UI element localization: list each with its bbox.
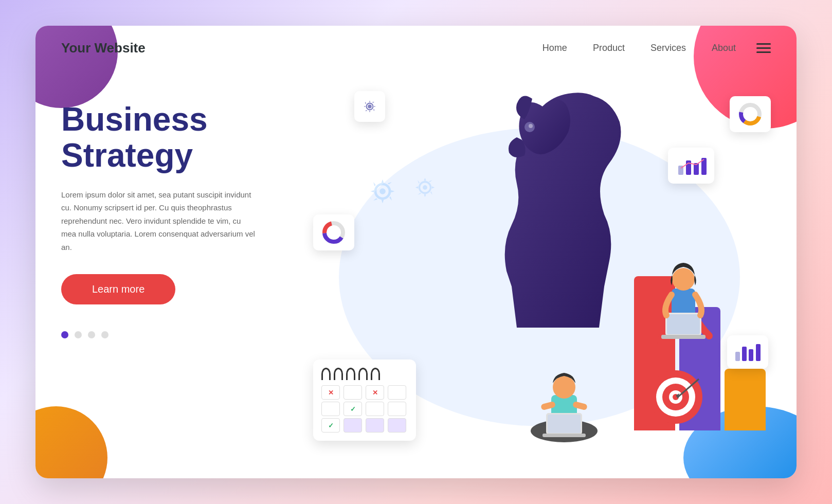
nav-item-home[interactable]: Home [542, 43, 567, 53]
hero-title: Business Strategy [61, 101, 257, 174]
nav-link-home[interactable]: Home [542, 43, 567, 53]
cal-cell-4 [388, 385, 406, 400]
float-card-chart-top [668, 148, 714, 184]
nav-link-services[interactable]: Services [650, 43, 686, 53]
nav-links: Home Product Services About [542, 43, 736, 53]
float-card-donut [313, 214, 354, 250]
page-card: Your Website Home Product Services About… [35, 26, 797, 478]
pagination-dot-3[interactable] [88, 331, 95, 338]
hamburger-line-1 [756, 43, 771, 45]
right-panel: ✕ ✕ ✓ ✓ [282, 70, 797, 472]
svg-point-29 [423, 185, 427, 190]
calendar-grid: ✕ ✕ ✓ ✓ [321, 385, 408, 433]
cal-cell-1: ✕ [321, 385, 340, 400]
cal-cell-2 [343, 385, 362, 400]
cal-cell-9: ✓ [321, 418, 340, 433]
float-card-chart-bottom [727, 335, 768, 369]
person-on-bar-illustration [650, 243, 717, 348]
ring-3 [346, 368, 355, 380]
person-sitting-illustration [523, 351, 605, 446]
calendar-rings [321, 368, 408, 380]
svg-rect-36 [548, 415, 581, 433]
left-panel: Business Strategy Lorem ipsum dolor sit … [35, 70, 282, 472]
cal-cell-8 [388, 402, 406, 416]
svg-rect-37 [542, 434, 586, 437]
svg-rect-42 [661, 335, 706, 339]
nav-item-about[interactable]: About [712, 43, 736, 53]
svg-rect-23 [742, 347, 747, 361]
ring-1 [321, 368, 331, 380]
svg-rect-41 [667, 314, 700, 334]
nav-item-services[interactable]: Services [650, 43, 686, 53]
nav-link-product[interactable]: Product [593, 43, 625, 53]
cal-cell-6: ✓ [343, 402, 362, 416]
navbar: Your Website Home Product Services About [35, 26, 797, 70]
pagination-dots [61, 331, 257, 338]
ring-2 [334, 368, 343, 380]
cal-cell-7 [366, 402, 384, 416]
cal-cell-12 [388, 418, 406, 433]
float-card-donut-top [730, 96, 771, 132]
pagination-dot-2[interactable] [75, 331, 82, 338]
cal-cell-3: ✕ [366, 385, 384, 400]
nav-link-about[interactable]: About [712, 43, 736, 53]
hamburger-menu[interactable] [756, 43, 771, 53]
ring-4 [358, 368, 368, 380]
bar-orange [725, 369, 766, 430]
svg-point-1 [529, 124, 533, 128]
ring-5 [371, 368, 380, 380]
learn-more-button[interactable]: Learn more [61, 274, 175, 304]
cal-cell-5 [321, 402, 340, 416]
float-card-gear [354, 91, 385, 122]
main-content: Business Strategy Lorem ipsum dolor sit … [35, 70, 797, 472]
svg-rect-38 [672, 289, 695, 317]
nav-item-product[interactable]: Product [593, 43, 625, 53]
cal-cell-10 [343, 418, 362, 433]
hamburger-line-3 [756, 51, 771, 53]
svg-point-13 [329, 227, 339, 238]
svg-point-9 [368, 104, 371, 108]
chess-knight-illustration [465, 81, 650, 338]
svg-point-39 [672, 268, 695, 291]
pagination-dot-1[interactable] [61, 331, 68, 338]
hamburger-line-2 [756, 47, 771, 49]
logo: Your Website [61, 40, 146, 56]
hero-description: Lorem ipsum dolor sit amet, sea putant s… [61, 188, 257, 254]
svg-point-27 [379, 188, 386, 194]
target-bullseye [647, 369, 704, 425]
svg-rect-22 [735, 352, 740, 361]
hero-title-line1: Business [61, 101, 208, 138]
svg-rect-25 [756, 344, 761, 361]
pagination-dot-4[interactable] [101, 331, 108, 338]
svg-rect-24 [749, 349, 753, 361]
cal-cell-11 [366, 418, 384, 433]
gears-decoration [365, 173, 439, 209]
calendar-widget: ✕ ✕ ✓ ✓ [313, 359, 416, 441]
hero-title-line2: Strategy [61, 137, 193, 174]
svg-point-32 [553, 376, 575, 399]
svg-point-21 [745, 109, 755, 119]
